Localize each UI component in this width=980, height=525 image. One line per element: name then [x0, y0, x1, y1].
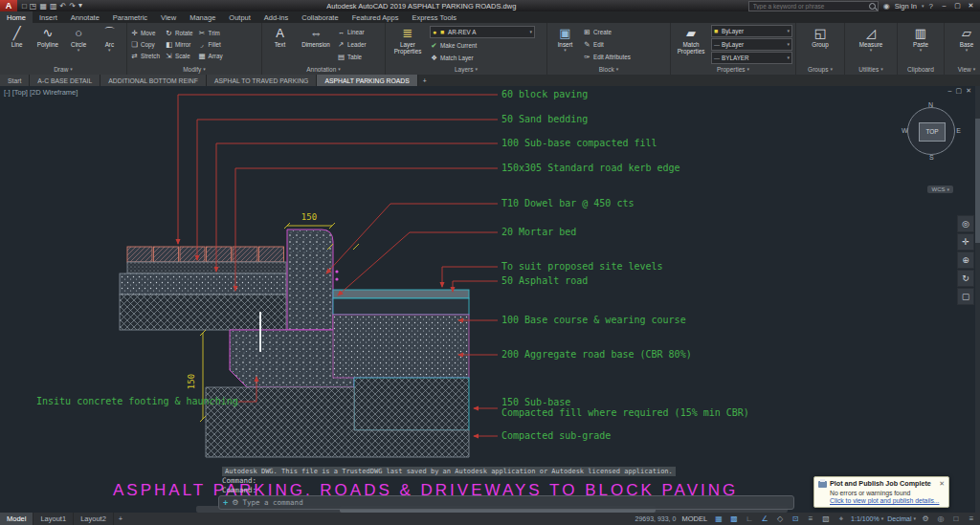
- base-button[interactable]: ▱ Base ▾: [952, 25, 980, 64]
- signin-caret-icon[interactable]: ▾: [922, 4, 924, 9]
- snap-toggle-icon[interactable]: ▩: [728, 514, 740, 523]
- circle-caret-icon[interactable]: ▾: [78, 48, 80, 53]
- leader-button[interactable]: ↗Leader: [337, 39, 367, 51]
- layer-select-caret-icon[interactable]: ▾: [529, 30, 532, 34]
- viewport-view-button[interactable]: [Top]: [12, 88, 28, 97]
- mirror-button[interactable]: ◧Mirror: [165, 39, 193, 51]
- osnap-toggle-icon[interactable]: ⊡: [790, 514, 801, 523]
- restore-button[interactable]: ▢: [951, 2, 964, 10]
- save-icon[interactable]: ▦: [39, 2, 47, 11]
- arc-button[interactable]: ⌒ Arc ▾: [96, 25, 123, 64]
- rotate-button[interactable]: ↻Rotate: [165, 28, 193, 39]
- linear-button[interactable]: ↔Linear: [337, 27, 367, 38]
- viewcube[interactable]: N W E S TOP: [903, 103, 959, 159]
- model-space-canvas[interactable]: 150 150 60 block paving 50 Sand bedding …: [0, 86, 980, 513]
- viewcube-top-face[interactable]: TOP: [919, 122, 946, 142]
- isolate-objects-icon[interactable]: ◎: [935, 514, 947, 523]
- polyline-button[interactable]: ∿ Polyline: [33, 25, 61, 64]
- viewcube-south[interactable]: S: [929, 154, 934, 161]
- circle-button[interactable]: ○ Circle ▾: [65, 25, 93, 64]
- new-drawing-tab-button[interactable]: +: [418, 75, 432, 86]
- units-button[interactable]: Decimal ▾: [887, 515, 916, 522]
- fillet-button[interactable]: ◞Fillet: [198, 39, 223, 51]
- viewcube-east[interactable]: E: [956, 127, 961, 134]
- undo-icon[interactable]: ↶: [60, 2, 67, 11]
- command-input[interactable]: Type a command: [242, 498, 302, 507]
- open-icon[interactable]: ◳: [30, 2, 37, 11]
- isodraft-toggle-icon[interactable]: ◇: [774, 514, 786, 523]
- viewport-visual-style-button[interactable]: [2D Wireframe]: [30, 88, 78, 97]
- tab-manage[interactable]: Manage: [183, 11, 222, 23]
- scale-button[interactable]: ⇲Scale: [165, 51, 193, 62]
- notification-details-link[interactable]: Click to view plot and publish details..…: [830, 497, 945, 504]
- tab-featured-apps[interactable]: Featured Apps: [345, 11, 406, 23]
- tab-insert[interactable]: Insert: [33, 11, 64, 23]
- ortho-toggle-icon[interactable]: ∟: [744, 514, 755, 523]
- signin-label[interactable]: Sign In: [895, 2, 917, 11]
- insert-caret-icon[interactable]: ▾: [564, 48, 567, 53]
- measure-caret-icon[interactable]: ▾: [870, 48, 873, 53]
- color-select[interactable]: ■ ByLayer ▾: [711, 25, 792, 37]
- command-line[interactable]: + ⚙ Type a command: [218, 495, 794, 510]
- stretch-button[interactable]: ⇄Stretch: [130, 51, 160, 62]
- match-properties-button[interactable]: ▰ Match Properties: [674, 25, 708, 64]
- file-tab-asphalt-parking-roads[interactable]: ASPHALT PARKING ROADS: [317, 75, 417, 86]
- close-button[interactable]: ✕: [965, 2, 977, 10]
- edit-block-button[interactable]: ✎Edit: [583, 39, 631, 51]
- search-input[interactable]: [751, 2, 869, 11]
- panel-label-view[interactable]: View ▾: [945, 64, 980, 75]
- measure-button[interactable]: ◿ Measure ▾: [857, 25, 886, 64]
- panel-label-annotation[interactable]: Annotation ▾: [262, 64, 385, 75]
- linetype-caret-icon[interactable]: ▾: [787, 55, 790, 60]
- drawing-minimize-button[interactable]: –: [948, 87, 952, 95]
- lineweight-toggle-icon[interactable]: ≡: [805, 514, 816, 523]
- redo-icon[interactable]: ↷: [69, 2, 76, 11]
- command-plus-icon[interactable]: +: [223, 498, 228, 508]
- dynamic-input-toggle-icon[interactable]: ⌖: [835, 514, 847, 524]
- showmotion-icon[interactable]: ▢: [957, 288, 974, 305]
- viewcube-west[interactable]: W: [902, 127, 908, 134]
- annotation-scale-button[interactable]: 1:1/100% ▾: [851, 515, 883, 522]
- linetype-select[interactable]: ― BYLAYER ▾: [711, 52, 792, 64]
- panel-label-layers[interactable]: Layers ▾: [386, 64, 546, 75]
- file-tab-additional-bottom-reinf[interactable]: ADDITIONAL BOTTOM REINF: [100, 75, 207, 86]
- panel-label-properties[interactable]: Properties ▾: [671, 64, 795, 75]
- group-button[interactable]: ◱ Group: [806, 25, 835, 64]
- layout-tab-layout1[interactable]: Layout1: [33, 513, 74, 525]
- polar-toggle-icon[interactable]: ∠: [759, 514, 770, 523]
- orbit-icon[interactable]: ↻: [957, 270, 974, 287]
- viewport-menu-button[interactable]: [-]: [4, 88, 11, 97]
- panel-label-block[interactable]: Block ▾: [547, 64, 670, 75]
- tab-addins[interactable]: Add-ins: [257, 11, 295, 23]
- zoom-icon[interactable]: ⊕: [957, 252, 974, 269]
- clean-screen-icon[interactable]: □: [950, 514, 962, 523]
- wcs-menu[interactable]: WCS ▾: [927, 186, 953, 193]
- print-icon[interactable]: ▥: [50, 2, 57, 11]
- file-tab-ac-base-detail[interactable]: A-C BASE DETAIL: [30, 75, 100, 86]
- arc-caret-icon[interactable]: ▾: [108, 48, 111, 53]
- panel-label-draw[interactable]: Draw ▾: [0, 64, 126, 75]
- help-icon[interactable]: ?: [929, 2, 933, 11]
- tab-home[interactable]: Home: [0, 11, 33, 23]
- create-block-button[interactable]: ⊞Create: [583, 27, 631, 38]
- table-button[interactable]: ▤Table: [337, 52, 367, 63]
- paste-caret-icon[interactable]: ▾: [920, 48, 923, 53]
- dimension-button[interactable]: ⇔ Dimension: [298, 25, 334, 64]
- new-icon[interactable]: □: [22, 2, 27, 11]
- app-logo-button[interactable]: A: [0, 0, 17, 11]
- panel-label-utilities[interactable]: Utilities ▾: [845, 64, 897, 75]
- layout-tab-model[interactable]: Model: [0, 513, 33, 525]
- tab-collaborate[interactable]: Collaborate: [295, 11, 345, 23]
- pan-icon[interactable]: ✛: [957, 233, 974, 251]
- layer-select[interactable]: ● ■ AR-REV A ▾: [430, 26, 535, 38]
- minimize-button[interactable]: –: [938, 2, 950, 10]
- lineweight-select[interactable]: ― ByLayer ▾: [711, 38, 792, 51]
- match-layer-button[interactable]: ❖Match Layer: [430, 52, 544, 63]
- move-button[interactable]: ✛Move: [130, 28, 160, 39]
- insert-button[interactable]: ▣ Insert ▾: [550, 25, 580, 64]
- notification-close-icon[interactable]: ✕: [939, 480, 945, 488]
- make-current-button[interactable]: ✔Make Current: [430, 39, 544, 51]
- grid-toggle-icon[interactable]: ▦: [713, 514, 724, 523]
- color-caret-icon[interactable]: ▾: [787, 29, 790, 33]
- drawing-restore-button[interactable]: ▢: [956, 87, 963, 95]
